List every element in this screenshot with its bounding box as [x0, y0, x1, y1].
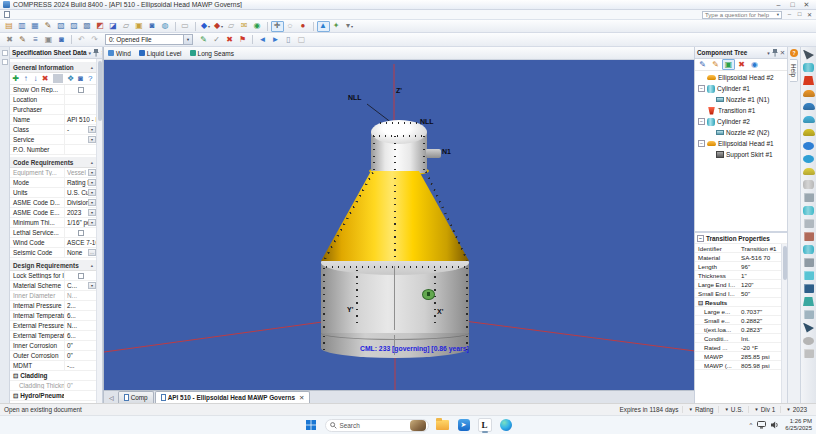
- report-icon[interactable]: ▧: [55, 21, 68, 32]
- pin-icon[interactable]: [772, 49, 778, 57]
- tab-api510[interactable]: API 510 - Ellipsoidal Head MAWP Governs …: [155, 391, 311, 403]
- print-icon[interactable]: ▭: [179, 21, 192, 32]
- insert-component-icon[interactable]: [802, 48, 816, 61]
- stop-icon[interactable]: ▢: [295, 34, 308, 45]
- nozzle-n2[interactable]: [422, 289, 435, 300]
- save-icon[interactable]: ◙: [55, 34, 68, 45]
- search-highlight-image[interactable]: [410, 420, 426, 431]
- mdi-close-button[interactable]: ✕: [805, 11, 814, 18]
- field-external-pressure[interactable]: External Pressure N...: [10, 321, 96, 331]
- field-lock-settings[interactable]: Lock Settings for Indivi...: [10, 271, 96, 281]
- add-row-icon[interactable]: ✚: [11, 73, 21, 84]
- delete-icon[interactable]: ✖: [3, 34, 16, 45]
- edit-icon[interactable]: ✎: [16, 34, 29, 45]
- opened-file-combo[interactable]: 0: Opened File ▼: [105, 34, 193, 45]
- render-settings-icon[interactable]: ●: [297, 21, 310, 32]
- compress-app-button[interactable]: L: [478, 418, 492, 432]
- prop-t-ext-load[interactable]: t(ext.loa... 0.2823": [695, 325, 781, 334]
- field-wind-code[interactable]: Wind Code ASCE 7-10...: [10, 238, 96, 248]
- list-tool-icon[interactable]: [802, 347, 816, 360]
- status-mode-select[interactable]: ▼Rating: [682, 406, 718, 413]
- tree-item-nozzle-1[interactable]: Nozzle #1 (N1): [695, 94, 787, 105]
- field-inner-diameter[interactable]: Inner Diameter N...: [10, 291, 96, 301]
- tree-item-ellipsoidal-head-2[interactable]: Ellipsoidal Head #2: [695, 72, 787, 83]
- field-location[interactable]: Location: [10, 95, 96, 105]
- long-seams-button[interactable]: Long Seams: [190, 50, 235, 57]
- panel-close-icon[interactable]: ✕: [780, 49, 785, 57]
- group-cladding[interactable]: ⊟ Cladding: [10, 371, 96, 381]
- grid-tool-icon[interactable]: [802, 308, 816, 321]
- delete-row-icon[interactable]: ✖: [40, 73, 50, 84]
- move-down-icon[interactable]: ↓: [31, 73, 41, 84]
- tray-overflow-chevron[interactable]: ^: [749, 422, 752, 428]
- pin-icon[interactable]: [93, 49, 99, 57]
- plate-tool-icon[interactable]: [802, 269, 816, 282]
- mdi-minimize-button[interactable]: –: [785, 11, 794, 18]
- field-min-thickness[interactable]: Minimum Thi... 1/16" per▾: [10, 218, 96, 228]
- save-file-icon[interactable]: ▦: [29, 21, 42, 32]
- field-name[interactable]: Name API 510 - E...: [10, 115, 96, 125]
- tree-expander[interactable]: −: [698, 118, 705, 125]
- field-cladding-thickness[interactable]: Cladding Thicknes... 0": [10, 381, 96, 391]
- collapse-icon[interactable]: ▴: [91, 160, 93, 165]
- hemispherical-head-tool-icon[interactable]: [802, 113, 816, 126]
- field-po-number[interactable]: P.O. Number: [10, 145, 96, 155]
- separator[interactable]: [252, 35, 253, 44]
- torispherical-head-tool-icon[interactable]: [802, 100, 816, 113]
- field-external-temperature[interactable]: External Temperature 6...: [10, 331, 96, 341]
- file-explorer-button[interactable]: [436, 418, 450, 432]
- status-edition-select[interactable]: ▼2023: [780, 406, 812, 413]
- document-icon[interactable]: [4, 11, 10, 18]
- tree-item-transition-1[interactable]: Transition #1: [695, 105, 787, 116]
- field-material-scheme[interactable]: Material Scheme C...▾: [10, 281, 96, 291]
- flat-head-tool-icon[interactable]: [802, 139, 816, 152]
- chevron-down-icon[interactable]: ▾: [777, 12, 779, 17]
- separator[interactable]: [195, 22, 196, 31]
- help-icon[interactable]: ?: [85, 73, 95, 84]
- separator[interactable]: [71, 35, 72, 44]
- delete-component-icon[interactable]: ✖: [223, 34, 236, 45]
- drawing-icon[interactable]: ▨: [68, 21, 81, 32]
- export-pdf-icon[interactable]: ◩: [94, 21, 107, 32]
- web-icon[interactable]: ◍: [159, 21, 172, 32]
- skirt-tool-icon[interactable]: [802, 178, 816, 191]
- email-icon[interactable]: ✉: [238, 21, 251, 32]
- help-icon[interactable]: ?: [790, 49, 798, 57]
- platform-tool-icon[interactable]: [802, 256, 816, 269]
- field-purchaser[interactable]: Purchaser: [10, 105, 96, 115]
- transition-properties-header[interactable]: – Transition Properties: [695, 233, 787, 244]
- tree-item-support-skirt-1[interactable]: Support Skirt #1: [695, 149, 787, 160]
- separator[interactable]: [313, 22, 314, 31]
- tab-scroll-left-icon[interactable]: ◁: [106, 394, 117, 401]
- prop-condition[interactable]: Conditi... Int.: [695, 334, 781, 343]
- text-report-icon[interactable]: ▱: [120, 21, 133, 32]
- view-3d-icon[interactable]: ▲: [317, 21, 330, 32]
- code-requirements-header[interactable]: Code Requirements ▴: [10, 157, 96, 168]
- field-mode[interactable]: Mode Rating Mo...▾: [10, 178, 96, 188]
- tree-item-ellipsoidal-head-1[interactable]: − Ellipsoidal Head #1: [695, 138, 787, 149]
- prop-large-end[interactable]: Large End I... 120": [695, 280, 781, 289]
- edge-browser-button[interactable]: [499, 418, 513, 432]
- shaded-view-icon[interactable]: ✦: [330, 21, 343, 32]
- prop-length[interactable]: Length 96": [695, 262, 781, 271]
- add-component-icon[interactable]: ▣: [722, 59, 735, 70]
- datasheet-icon[interactable]: ▩: [81, 21, 94, 32]
- field-lethal-service[interactable]: Lethal Service...: [10, 228, 96, 238]
- circle-tool-icon[interactable]: [802, 334, 816, 347]
- taskbar-search-box[interactable]: Search: [325, 419, 429, 432]
- flag-icon[interactable]: ⚑: [236, 34, 249, 45]
- zoom-icon[interactable]: ◌: [284, 21, 297, 32]
- field-mdmt[interactable]: MDMT -...: [10, 361, 96, 371]
- help-question-input[interactable]: Type a question for help ▾: [702, 11, 782, 19]
- monitor-icon[interactable]: [757, 421, 766, 429]
- liquid-level-button[interactable]: Liquid Level: [139, 50, 182, 57]
- export-word-icon[interactable]: ◪: [107, 21, 120, 32]
- speaker-icon[interactable]: [771, 421, 780, 429]
- prop-rated-mdmt[interactable]: Rated ... -20 °F: [695, 343, 781, 352]
- minimize-button[interactable]: –: [772, 0, 785, 9]
- wedge-tool-icon[interactable]: [802, 295, 816, 308]
- nozzle-n1[interactable]: [426, 149, 441, 158]
- snapshot-icon[interactable]: ▱: [225, 21, 238, 32]
- field-internal-pressure[interactable]: Internal Pressure 2...: [10, 301, 96, 311]
- pdf-export-icon[interactable]: ◆▾: [212, 21, 225, 32]
